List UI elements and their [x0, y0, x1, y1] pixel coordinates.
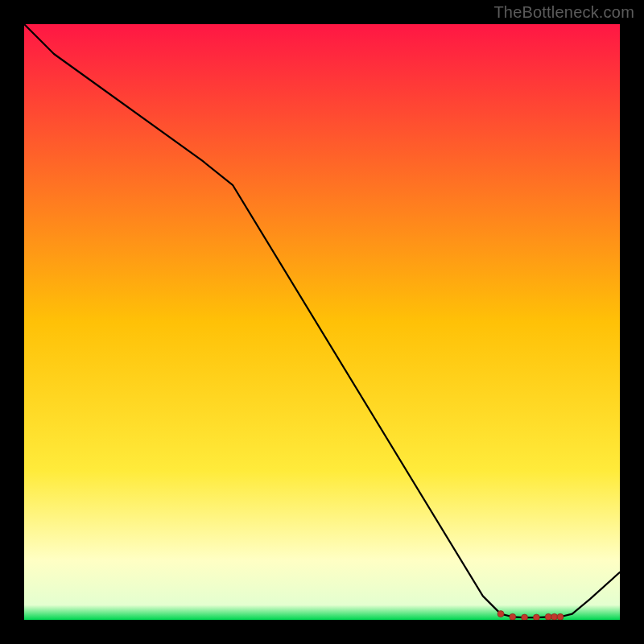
plot-area: [24, 24, 620, 620]
data-marker: [497, 611, 504, 617]
data-marker: [551, 613, 558, 620]
chart-svg: [24, 24, 620, 620]
data-marker: [557, 613, 564, 620]
chart-stage: TheBottleneck.com: [0, 0, 644, 644]
data-marker: [522, 614, 528, 620]
gradient-background: [24, 24, 620, 620]
watermark-label: TheBottleneck.com: [493, 3, 634, 22]
data-marker: [533, 614, 539, 620]
data-marker: [545, 613, 551, 620]
data-marker: [510, 613, 516, 620]
